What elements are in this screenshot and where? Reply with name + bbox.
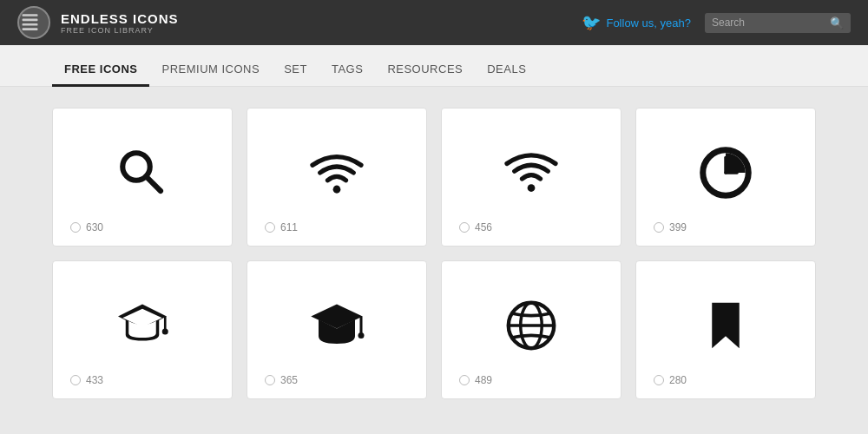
search-box: 🔍 [705,13,851,33]
twitter-label: Follow us, yeah? [606,16,691,30]
icon-display [112,135,173,211]
icon-display [695,135,756,211]
svg-point-19 [358,332,365,339]
svg-point-6 [333,186,341,194]
icon-footer: 433 [70,374,214,386]
select-radio[interactable] [265,222,275,233]
select-radio[interactable] [459,222,470,233]
search-input[interactable] [712,16,825,29]
nav-item-premium-icons[interactable]: PREMIUM ICONS [149,50,272,87]
select-radio[interactable] [70,222,81,233]
icon-card-grad-cap-outline[interactable]: 433 [52,260,233,399]
icon-card-wifi-full[interactable]: 611 [247,108,427,247]
icon-footer: 456 [459,221,603,233]
logo-text: ENDLESS ICONS FREE ICON LIBRARY [61,11,179,35]
nav-item-free-icons[interactable]: FREE ICONS [52,50,149,87]
icon-count: 433 [86,374,103,386]
icon-card-wifi-partial[interactable]: 456 [441,108,621,247]
graduation-cap-solid-icon [306,295,367,356]
navigation: FREE ICONS PREMIUM ICONS SET TAGS RESOUR… [0,45,868,87]
main-content: 630 611 [0,87,868,420]
svg-rect-3 [23,28,38,30]
icon-display [306,135,367,211]
icon-card-clock[interactable]: 399 [635,108,816,247]
svg-point-15 [162,329,168,335]
svg-rect-1 [23,19,38,22]
select-radio[interactable] [654,375,664,385]
icon-card-globe[interactable]: 489 [441,260,621,399]
icon-footer: 399 [654,221,798,233]
icon-display [695,287,756,364]
twitter-follow-link[interactable]: 🐦 Follow us, yeah? [582,13,691,32]
nav-item-set[interactable]: SET [272,50,319,87]
nav-item-deals[interactable]: DEALS [475,50,538,87]
select-radio[interactable] [459,375,470,385]
select-radio[interactable] [265,375,275,385]
clock-icon [695,142,756,203]
globe-icon [501,295,562,356]
bookmark-icon [695,295,756,356]
wifi-full-icon [306,142,367,203]
icon-count: 611 [280,221,298,233]
icon-display [501,287,562,364]
nav-item-tags[interactable]: TAGS [319,50,375,87]
icon-footer: 365 [265,374,409,386]
icon-footer: 630 [70,221,214,233]
wifi-partial-icon [501,142,562,203]
icon-footer: 611 [265,221,409,233]
header-right: 🐦 Follow us, yeah? 🔍 [582,13,851,33]
select-radio[interactable] [654,222,664,233]
svg-line-5 [146,176,161,191]
search-button[interactable]: 🔍 [830,16,844,30]
icon-footer: 489 [459,374,603,386]
icon-count: 365 [280,374,298,386]
graduation-cap-outline-icon [112,295,173,356]
search-icon [112,142,173,203]
icon-display [306,287,367,364]
icon-card-bookmark[interactable]: 280 [635,260,816,399]
nav-item-resources[interactable]: RESOURCES [375,50,475,87]
icon-grid: 630 611 [52,108,816,399]
header: ENDLESS ICONS FREE ICON LIBRARY 🐦 Follow… [0,0,868,45]
svg-rect-2 [23,23,38,26]
icon-count: 630 [86,221,103,233]
icon-footer: 280 [654,374,798,386]
icon-display [501,135,562,211]
header-left: ENDLESS ICONS FREE ICON LIBRARY [17,6,179,39]
icon-card-search[interactable]: 630 [52,108,233,247]
site-subtitle: FREE ICON LIBRARY [61,26,179,35]
icon-count: 280 [669,374,687,386]
select-radio[interactable] [70,375,81,385]
icon-display [112,287,173,364]
svg-point-7 [528,184,536,192]
svg-rect-0 [23,14,38,16]
logo-icon [17,6,50,39]
icon-count: 399 [669,221,687,233]
icon-count: 456 [475,221,492,233]
site-title: ENDLESS ICONS [61,11,179,26]
icon-count: 489 [475,374,492,386]
twitter-icon: 🐦 [582,13,601,32]
icon-card-grad-cap-solid[interactable]: 365 [247,260,427,399]
